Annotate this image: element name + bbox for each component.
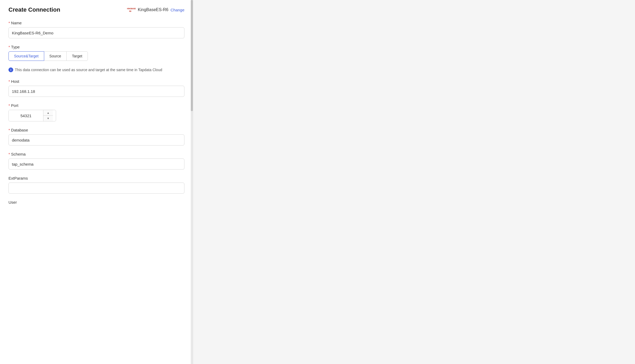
scrollbar-track: [191, 0, 193, 364]
type-field-group: * Type Source&Target Source Target: [8, 45, 184, 61]
form-panel: Create Connection KINGBASE R6 KingBaseES…: [0, 0, 193, 364]
connector-name: KingBaseES-R6: [138, 7, 169, 12]
name-input[interactable]: [8, 27, 184, 38]
port-label-text: Port: [11, 103, 19, 108]
page-container: Create Connection KINGBASE R6 KingBaseES…: [0, 0, 635, 364]
name-field-group: * Name: [8, 21, 184, 38]
port-increment-button[interactable]: ▲: [43, 110, 53, 116]
info-icon: i: [8, 67, 13, 72]
right-panel: [193, 0, 635, 364]
type-label-text: Type: [11, 45, 20, 49]
type-required-star: *: [8, 45, 10, 49]
host-field-group: * Host: [8, 79, 184, 97]
schema-field-group: * Schema: [8, 152, 184, 170]
type-target-button[interactable]: Target: [66, 51, 88, 61]
user-label-text: User: [8, 200, 17, 204]
port-input-container: ▲ ▼: [8, 110, 56, 121]
database-label-text: Database: [11, 128, 28, 132]
schema-required-star: *: [8, 152, 10, 156]
host-label-text: Host: [11, 79, 19, 84]
schema-label: * Schema: [8, 152, 184, 156]
host-label: * Host: [8, 79, 184, 84]
port-stepper: ▲ ▼: [43, 110, 53, 121]
port-label: * Port: [8, 103, 184, 108]
schema-input[interactable]: [8, 158, 184, 170]
page-title: Create Connection: [8, 6, 60, 13]
type-source-target-button[interactable]: Source&Target: [8, 51, 44, 61]
user-field-group: User: [8, 200, 184, 204]
port-input[interactable]: [9, 110, 43, 121]
info-message-text: This data connection can be used as sour…: [15, 67, 162, 73]
name-label-text: Name: [11, 21, 22, 25]
port-field-group: * Port ▲ ▼: [8, 103, 184, 121]
host-input[interactable]: [8, 86, 184, 97]
svg-text:R6: R6: [129, 10, 131, 12]
database-label: * Database: [8, 128, 184, 132]
scrollbar-thumb[interactable]: [191, 0, 193, 111]
info-message: i This data connection can be used as so…: [8, 67, 184, 73]
connector-info: KINGBASE R6 KingBaseES-R6 Change: [127, 7, 184, 12]
change-link[interactable]: Change: [170, 8, 184, 12]
type-source-button[interactable]: Source: [44, 51, 67, 61]
host-required-star: *: [8, 79, 10, 84]
extparams-input[interactable]: [8, 183, 184, 194]
extparams-field-group: ExtParams: [8, 176, 184, 194]
database-field-group: * Database: [8, 128, 184, 145]
logo-text: KINGBASE R6: [127, 7, 136, 13]
type-button-group: Source&Target Source Target: [8, 51, 184, 61]
database-input[interactable]: [8, 134, 184, 145]
type-label: * Type: [8, 45, 184, 49]
database-required-star: *: [8, 128, 10, 132]
name-label: * Name: [8, 21, 184, 25]
svg-text:KINGBASE: KINGBASE: [127, 8, 136, 10]
form-header: Create Connection KINGBASE R6 KingBaseES…: [8, 6, 184, 13]
user-label: User: [8, 200, 184, 204]
connector-logo: KINGBASE R6: [127, 7, 136, 12]
extparams-label: ExtParams: [8, 176, 184, 180]
extparams-label-text: ExtParams: [8, 176, 28, 180]
port-decrement-button[interactable]: ▼: [43, 116, 53, 121]
name-required-star: *: [8, 21, 10, 25]
schema-label-text: Schema: [11, 152, 26, 156]
port-required-star: *: [8, 103, 10, 108]
